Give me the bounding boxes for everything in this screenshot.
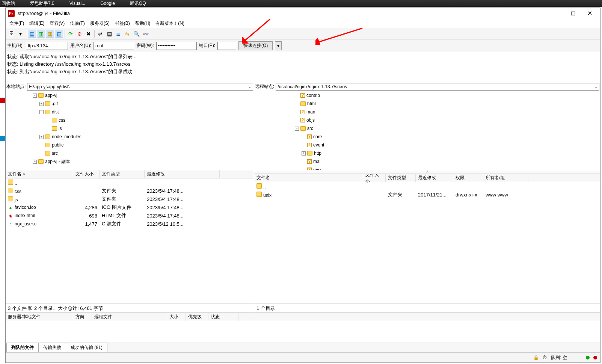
- tree-node[interactable]: +.git: [6, 100, 254, 108]
- queue-column-header[interactable]: 优先级: [186, 313, 208, 321]
- column-header[interactable]: 文件类型: [100, 170, 145, 178]
- list-item[interactable]: js文件夹2023/5/4 17:48...: [6, 195, 254, 203]
- stop-icon[interactable]: ⊘: [75, 30, 84, 38]
- column-header[interactable]: 最近修改: [145, 170, 220, 178]
- tree-node[interactable]: +node_modules: [6, 133, 254, 141]
- taskbar-item[interactable]: 回收站: [2, 0, 15, 7]
- menu-transfer[interactable]: 传输(T): [68, 20, 87, 27]
- tree-node[interactable]: ?misc: [254, 166, 600, 170]
- expand-icon[interactable]: +: [302, 151, 306, 156]
- expand-icon[interactable]: -: [39, 110, 44, 114]
- column-header[interactable]: 最近修改: [416, 174, 453, 182]
- queue-column-header[interactable]: 状态: [208, 313, 238, 321]
- minimize-button[interactable]: –: [548, 8, 565, 19]
- tree-node[interactable]: css: [6, 116, 254, 124]
- expand-icon[interactable]: +: [39, 135, 44, 139]
- taskbar-item[interactable]: Visual...: [69, 1, 85, 6]
- list-item[interactable]: css文件夹2023/5/4 17:48...: [6, 187, 254, 195]
- column-header[interactable]: 所有者/组: [483, 174, 528, 182]
- sitemanager-icon[interactable]: 🗄: [7, 30, 15, 38]
- tree-node[interactable]: js: [6, 124, 254, 133]
- tree-node[interactable]: public: [6, 141, 254, 149]
- local-path-combo[interactable]: F:\app-yj\app-yj\dist\ ⌄: [27, 83, 253, 91]
- menu-server[interactable]: 服务器(S): [88, 20, 112, 27]
- taskbar-item[interactable]: 腾讯QQ: [130, 0, 146, 7]
- column-header[interactable]: 文件名: [254, 174, 363, 182]
- remote-path-combo[interactable]: /usr/local/nginx/nginx-1.13.7/src/os ⌄: [276, 83, 599, 91]
- toggle-queue-icon[interactable]: ▧: [55, 30, 63, 38]
- queue-column-header[interactable]: 方向: [73, 313, 92, 321]
- tree-node[interactable]: ?contrib: [254, 91, 600, 100]
- taskbar-item[interactable]: Google: [100, 1, 115, 6]
- taskbar-item[interactable]: 爱思助手7.0: [30, 0, 54, 7]
- tree-node[interactable]: html: [254, 100, 600, 108]
- expand-icon[interactable]: +: [39, 102, 44, 106]
- user-input[interactable]: [94, 42, 134, 50]
- tree-node[interactable]: ?objs: [254, 116, 600, 124]
- tree-node[interactable]: +http: [254, 149, 600, 157]
- tree-node[interactable]: -app-yj: [6, 91, 254, 100]
- column-header[interactable]: 文件大小: [73, 170, 100, 178]
- chevron-down-icon[interactable]: ▾: [16, 30, 24, 38]
- refresh-icon[interactable]: ⟳: [66, 30, 75, 38]
- expand-icon[interactable]: -: [295, 127, 299, 131]
- menu-view[interactable]: 查看(V): [47, 20, 67, 27]
- queue-column-header[interactable]: 远程文件: [92, 313, 167, 321]
- list-item[interactable]: ..: [6, 178, 254, 187]
- queue-tab[interactable]: 列队的文件: [6, 343, 39, 352]
- column-header[interactable]: 文件名ᐱ: [6, 170, 73, 178]
- queue-column-header[interactable]: 服务器/本地文件: [6, 313, 73, 321]
- expand-icon[interactable]: +: [33, 160, 37, 164]
- tree-node[interactable]: -src: [254, 124, 600, 133]
- tree-node[interactable]: src: [6, 149, 254, 157]
- unknown-folder-icon: ?: [307, 159, 312, 164]
- quickconnect-button[interactable]: 快速连接(Q): [238, 41, 273, 50]
- tree-node[interactable]: ?man: [254, 108, 600, 116]
- search-icon[interactable]: 🔍: [132, 30, 140, 38]
- compare-icon[interactable]: ≣: [114, 30, 122, 38]
- list-item[interactable]: unix文件夹2017/11/21...drwxr-xr-xwww www: [254, 190, 600, 199]
- list-item[interactable]: ◉index.html698HTML 文件2023/5/4 17:48...: [6, 211, 254, 220]
- list-item[interactable]: cngx_user.c1,477C 源文件2023/5/12 10:5...: [6, 220, 254, 228]
- remote-tree[interactable]: ?contribhtml?man?objs-src?core?event+htt…: [254, 91, 600, 170]
- list-item[interactable]: ▲favicon.ico4,286ICO 图片文件2023/5/4 17:48.…: [6, 203, 254, 211]
- host-input[interactable]: [26, 42, 68, 50]
- tree-node[interactable]: -dist: [6, 108, 254, 116]
- column-header[interactable]: 文件类型: [386, 174, 416, 182]
- menu-file[interactable]: 文件(F): [7, 20, 26, 27]
- menu-bookmarks[interactable]: 书签(B): [113, 20, 132, 27]
- local-list-body[interactable]: ..css文件夹2023/5/4 17:48...js文件夹2023/5/4 1…: [6, 178, 254, 304]
- quickconnect-dropdown[interactable]: ▾: [275, 41, 282, 50]
- toggle-local-tree-icon[interactable]: ▥: [37, 30, 45, 38]
- tree-node[interactable]: +app-yj - 副本: [6, 157, 254, 166]
- column-header[interactable]: 文件大小: [363, 174, 386, 182]
- list-item[interactable]: ..: [254, 182, 600, 190]
- sync-browse-icon[interactable]: ⇆: [123, 30, 131, 38]
- sort-indicator[interactable]: ᐱ: [254, 170, 600, 174]
- tree-node[interactable]: ?event: [254, 141, 600, 149]
- folder-icon: [300, 101, 306, 106]
- status-log[interactable]: 状态: 读取"/usr/local/nginx/nginx-1.13.7/src…: [6, 52, 600, 82]
- pass-input[interactable]: [156, 42, 197, 50]
- toggle-remote-tree-icon[interactable]: ▦: [46, 30, 54, 38]
- binoculars-icon[interactable]: 👓: [141, 30, 149, 38]
- disconnect-icon[interactable]: ✖: [84, 30, 93, 38]
- menu-help[interactable]: 帮助(H): [133, 20, 153, 27]
- close-button[interactable]: ✕: [581, 8, 598, 19]
- column-header[interactable]: 权限: [453, 174, 483, 182]
- queue-tab[interactable]: 成功的传输 (81): [66, 343, 107, 352]
- tree-node[interactable]: ?core: [254, 133, 600, 141]
- maximize-button[interactable]: ☐: [565, 8, 581, 19]
- filter-icon[interactable]: ▤: [105, 30, 113, 38]
- tree-node[interactable]: ?mail: [254, 157, 600, 166]
- remote-list-body[interactable]: ..unix文件夹2017/11/21...drwxr-xr-xwww www: [254, 182, 600, 304]
- queue-column-header[interactable]: 大小: [167, 313, 186, 321]
- reconnect-icon[interactable]: ⇄: [96, 30, 104, 38]
- menu-edit[interactable]: 编辑(E): [27, 20, 47, 27]
- local-tree[interactable]: -app-yj+.git-distcssjs+node_modulespubli…: [6, 91, 254, 170]
- expand-icon[interactable]: -: [33, 94, 37, 98]
- port-input[interactable]: [217, 42, 236, 50]
- toggle-message-log-icon[interactable]: ▤: [28, 30, 36, 38]
- menu-update[interactable]: 有新版本！(N): [153, 20, 187, 27]
- queue-tab[interactable]: 传输失败: [38, 343, 66, 352]
